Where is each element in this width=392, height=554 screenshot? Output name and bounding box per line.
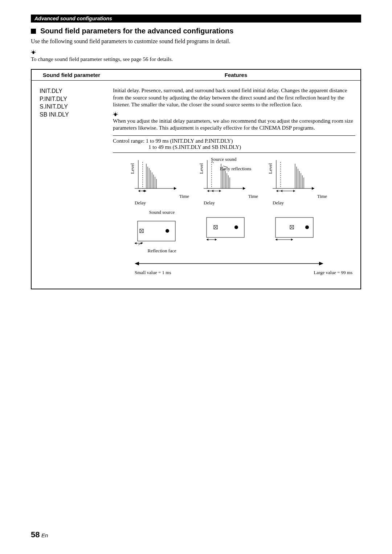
svg-marker-42 (243, 187, 245, 190)
svg-line-8 (113, 113, 114, 113)
table-header: Sound field parameter Features (32, 70, 360, 81)
tip-icon (113, 111, 355, 118)
small-value-label: Small value = 1 ms (135, 270, 171, 276)
svg-marker-64 (207, 239, 208, 241)
delay-chart-svg (204, 160, 247, 193)
control-range: Control range: 1 to 99 ms (INIT.DLY and … (113, 135, 355, 153)
delay-chart-svg (273, 160, 316, 193)
svg-line-11 (117, 114, 118, 115)
col-header-features: Features (111, 70, 360, 80)
chart-block-3: Level (273, 160, 327, 254)
room-diagram-svg (273, 217, 316, 242)
svg-line-52 (223, 166, 228, 167)
col-header-param: Sound field parameter (32, 70, 111, 80)
parameter-table: Sound field parameter Features INIT.DLY … (31, 69, 361, 289)
svg-line-9 (117, 113, 118, 113)
svg-marker-91 (135, 262, 139, 265)
param-name: SB INI.DLY (40, 111, 106, 119)
tip-icon (31, 50, 36, 56)
y-axis-label: Level (130, 163, 135, 174)
delay-label: Delay (204, 200, 258, 206)
diagram-area: Source sound Early reflections Level (135, 160, 355, 280)
svg-marker-78 (281, 190, 282, 192)
svg-marker-88 (275, 239, 277, 241)
svg-marker-81 (276, 190, 278, 192)
tip-text: To change sound field parameter settings… (31, 56, 361, 62)
svg-marker-27 (143, 190, 144, 192)
y-axis-label: Level (199, 163, 204, 174)
svg-marker-79 (293, 190, 295, 192)
svg-marker-68 (312, 187, 314, 190)
room-diagram-svg (204, 217, 247, 242)
svg-point-35 (166, 229, 169, 233)
svg-line-2 (35, 51, 36, 51)
range-arrow-svg (135, 261, 323, 266)
delay-label: Delay (273, 200, 327, 206)
svg-marker-30 (138, 190, 140, 192)
page-footer: 58 En (31, 530, 48, 539)
param-name: S.INIT.DLY (40, 103, 106, 111)
arrow-labels: Small value = 1 ms Large value = 99 ms (135, 270, 352, 276)
svg-marker-28 (144, 190, 146, 192)
x-axis-label: Time (135, 194, 189, 199)
svg-point-86 (305, 225, 309, 229)
sound-source-label: Sound source (135, 209, 189, 215)
page-lang: En (41, 532, 48, 538)
svg-marker-37 (135, 242, 136, 244)
section-title: Sound field parameters for the advanced … (31, 27, 361, 35)
header-breadcrumb: Advanced sound configurations (31, 15, 361, 23)
delay-label: Delay (135, 200, 189, 206)
svg-line-3 (31, 52, 32, 53)
room-diagram-svg (135, 220, 178, 246)
reflection-face-label: Reflection face (135, 248, 189, 254)
delay-chart-svg (135, 160, 178, 193)
table-row: INIT.DLY P.INIT.DLY S.INIT.DLY SB INI.DL… (32, 81, 360, 289)
svg-line-4 (35, 52, 36, 53)
svg-rect-6 (33, 53, 34, 54)
page-number: 58 (31, 530, 40, 539)
bullet-icon (31, 29, 36, 34)
section-title-text: Sound field parameters for the advanced … (40, 27, 233, 35)
param-names-cell: INIT.DLY P.INIT.DLY S.INIT.DLY SB INI.DL… (32, 84, 111, 283)
x-axis-label: Time (204, 194, 258, 199)
chart-block-2: Level (204, 160, 258, 254)
svg-rect-13 (115, 115, 116, 116)
svg-marker-16 (174, 187, 176, 190)
svg-marker-65 (215, 239, 217, 241)
intro-text: Use the following sound field parameters… (31, 38, 361, 45)
svg-marker-89 (291, 239, 293, 241)
svg-marker-55 (219, 190, 221, 192)
y-axis-label: Level (268, 163, 273, 174)
feature-tip: When you adjust the initial delay parame… (113, 118, 355, 132)
param-name: P.INIT.DLY (40, 95, 106, 103)
x-axis-label: Time (273, 194, 327, 199)
svg-marker-92 (319, 262, 323, 265)
control-range-line2: 1 to 49 ms (S.INIT.DLY and SB INI.DLY) (113, 144, 355, 150)
svg-line-44 (212, 161, 214, 163)
large-value-label: Large value = 99 ms (314, 270, 352, 276)
svg-marker-54 (212, 190, 213, 192)
control-range-line1: Control range: 1 to 99 ms (INIT.DLY and … (113, 138, 355, 144)
svg-rect-58 (207, 217, 244, 237)
feature-description: Initial delay. Presence, surround, and s… (113, 87, 355, 109)
diagram-charts-row: Level (135, 160, 355, 254)
features-cell: Initial delay. Presence, surround, and s… (111, 84, 360, 283)
svg-line-1 (31, 51, 32, 51)
svg-line-10 (113, 114, 114, 115)
svg-marker-57 (207, 190, 209, 192)
param-name: INIT.DLY (40, 87, 106, 95)
chart-block-1: Level (135, 160, 189, 254)
svg-point-62 (234, 225, 238, 229)
